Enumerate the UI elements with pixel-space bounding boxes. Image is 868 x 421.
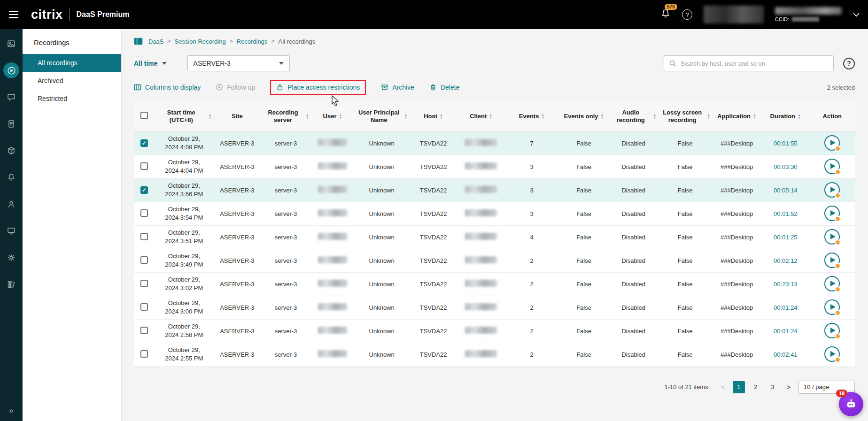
sidebar-item-archived[interactable]: Archived (23, 72, 121, 90)
devices-icon[interactable] (3, 223, 19, 239)
row-checkbox[interactable] (140, 327, 148, 334)
column-header-audio_recording[interactable]: Audio recording ▲▼ (609, 101, 658, 131)
play-recording-button[interactable] (824, 135, 840, 151)
column-header-action[interactable]: Action (810, 101, 855, 131)
row-checkbox[interactable] (140, 139, 148, 147)
sort-icon[interactable]: ▲▼ (209, 114, 212, 119)
journal-icon[interactable] (3, 116, 19, 132)
duration-link[interactable]: 00:23:13 (774, 281, 798, 288)
column-header-events_only[interactable]: Events only ▲▼ (559, 101, 609, 131)
page-help-button[interactable]: ? (843, 58, 855, 69)
sort-icon[interactable]: ▲▼ (404, 114, 407, 119)
row-checkbox[interactable] (140, 256, 148, 264)
row-checkbox[interactable] (140, 162, 148, 170)
sidebar-item-all-recordings[interactable]: All recordings (23, 54, 121, 72)
settings-icon[interactable] (3, 250, 19, 266)
sidebar-item-restricted[interactable]: Restricted (23, 90, 121, 107)
row-checkbox[interactable] (140, 280, 148, 287)
page-button-2[interactable]: 2 (750, 381, 762, 393)
next-page-button[interactable]: > (785, 383, 792, 391)
notifications-button[interactable]: 573 (660, 8, 671, 21)
column-header-application[interactable]: Application ▲▼ (712, 101, 761, 131)
dashboard-icon[interactable] (3, 36, 19, 52)
assistant-button[interactable]: 18 (839, 392, 863, 416)
recording-row[interactable]: October 29, 2024 2:58 PM ASERVER-3 serve… (134, 319, 855, 343)
sort-icon[interactable]: ▲▼ (707, 114, 710, 119)
duration-link[interactable]: 00:01:52 (774, 210, 798, 217)
duration-link[interactable]: 00:01:24 (774, 328, 798, 335)
collapse-panel-icon[interactable] (134, 38, 143, 45)
server-filter-select[interactable]: ASERVER-3 (187, 55, 290, 71)
packages-icon[interactable] (3, 143, 19, 159)
column-header-start_time[interactable]: Start time (UTC+8) ▲▼ (155, 101, 214, 131)
play-recording-button[interactable] (824, 346, 840, 362)
select-all-checkbox[interactable] (140, 112, 148, 119)
play-recording-button[interactable] (824, 182, 840, 198)
recording-row[interactable]: October 29, 2024 4:08 PM ASERVER-3 serve… (134, 131, 855, 155)
duration-link[interactable]: 00:01:55 (774, 140, 798, 147)
columns-to-display-button[interactable]: Columns to display (134, 84, 201, 91)
identity-icon[interactable] (3, 196, 19, 212)
duration-link[interactable]: 00:02:41 (774, 351, 798, 358)
recording-row[interactable]: October 29, 2024 3:49 PM ASERVER-3 serve… (134, 249, 855, 272)
recording-row[interactable]: October 29, 2024 3:54 PM ASERVER-3 serve… (134, 202, 855, 225)
breadcrumb-item[interactable]: Session Recording (175, 38, 226, 45)
duration-link[interactable]: 00:02:12 (774, 257, 798, 264)
row-checkbox[interactable] (140, 186, 148, 194)
page-button-3[interactable]: 3 (767, 381, 779, 393)
sort-icon[interactable]: ▲▼ (601, 114, 604, 119)
archive-button[interactable]: Archive (381, 84, 414, 91)
duration-link[interactable]: 00:01:24 (774, 304, 798, 311)
place-access-restrictions-button[interactable]: Place access restrictions (276, 84, 360, 91)
search-input[interactable] (681, 60, 829, 67)
duration-link[interactable]: 00:01:25 (774, 234, 798, 241)
column-header-client[interactable]: Client ▲▼ (457, 101, 505, 131)
sort-icon[interactable]: ▲▼ (541, 114, 544, 119)
alerts-icon[interactable] (3, 169, 19, 185)
time-filter-dropdown[interactable]: All time (134, 60, 167, 67)
sort-icon[interactable]: ▲▼ (339, 114, 342, 119)
column-header-lossy_screen_recording[interactable]: Lossy screen recording ▲▼ (658, 101, 712, 131)
play-recording-button[interactable] (824, 276, 840, 291)
duration-link[interactable]: 00:03:30 (774, 163, 798, 170)
sort-icon[interactable]: ▲▼ (653, 114, 656, 119)
play-recording-button[interactable] (824, 159, 840, 174)
column-header-recording_server[interactable]: Recording server ▲▼ (261, 101, 311, 131)
column-header-site[interactable]: Site (214, 101, 261, 131)
sort-icon[interactable]: ▲▼ (306, 114, 309, 119)
breadcrumb-item[interactable]: DaaS (148, 38, 164, 45)
previous-page-button[interactable]: < (720, 383, 726, 391)
page-button-1[interactable]: 1 (733, 381, 745, 393)
recording-row[interactable]: October 29, 2024 3:51 PM ASERVER-3 serve… (134, 225, 855, 249)
breadcrumb-item[interactable]: Recordings (237, 38, 268, 45)
library-icon[interactable] (3, 276, 19, 292)
play-recording-button[interactable] (824, 253, 840, 268)
topbar-help-button[interactable]: ? (682, 9, 692, 20)
expand-rail-button[interactable]: » (0, 406, 23, 415)
sort-icon[interactable]: ▲▼ (489, 114, 492, 119)
sort-icon[interactable]: ▲▼ (440, 114, 443, 119)
play-recording-button[interactable] (824, 299, 840, 315)
sort-icon[interactable]: ▲▼ (798, 114, 801, 119)
account-menu-chevron-icon[interactable] (853, 13, 860, 17)
recording-row[interactable]: October 29, 2024 3:56 PM ASERVER-3 serve… (134, 178, 855, 202)
duration-link[interactable]: 00:05:14 (774, 187, 798, 194)
delete-button[interactable]: Delete (429, 84, 459, 91)
hamburger-menu-icon[interactable] (0, 0, 27, 29)
follow-up-button[interactable]: Follow up (216, 84, 255, 91)
play-recording-button[interactable] (824, 229, 840, 245)
row-checkbox[interactable] (140, 350, 148, 358)
sort-icon[interactable]: ▲▼ (753, 114, 756, 119)
row-checkbox[interactable] (140, 209, 148, 217)
column-header-duration[interactable]: Duration ▲▼ (761, 101, 810, 131)
column-header-user[interactable]: User ▲▼ (311, 101, 354, 131)
recording-row[interactable]: October 29, 2024 2:55 PM ASERVER-3 serve… (134, 343, 855, 366)
column-header-user_principal_name[interactable]: User Principal Name ▲▼ (354, 101, 409, 131)
column-header-events[interactable]: Events ▲▼ (504, 101, 558, 131)
column-header-host[interactable]: Host ▲▼ (409, 101, 457, 131)
row-checkbox[interactable] (140, 233, 148, 240)
session-recordings-icon[interactable] (3, 62, 19, 78)
recording-row[interactable]: October 29, 2024 4:04 PM ASERVER-3 serve… (134, 155, 855, 178)
play-recording-button[interactable] (824, 323, 840, 338)
messages-icon[interactable] (3, 89, 19, 105)
